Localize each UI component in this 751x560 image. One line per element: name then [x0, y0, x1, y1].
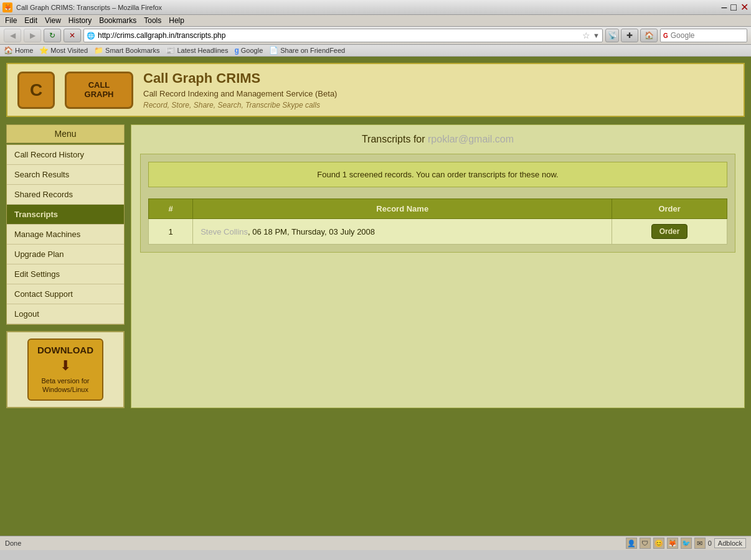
news-icon: 📰: [166, 46, 175, 55]
bookmark-most-visited-label: Most Visited: [50, 47, 88, 54]
table-row: 1 Steve Collins, 06 18 PM, Thursday, 03 …: [149, 219, 727, 245]
main-layout: Menu Call Record History Search Results …: [6, 124, 745, 408]
record-date-text: , 06 18 PM, Thursday, 03 July 2008: [248, 227, 375, 236]
bookmark-google[interactable]: g Google: [234, 46, 263, 55]
status-icon-bird[interactable]: 🐦: [681, 538, 692, 549]
share-icon: 📄: [269, 46, 278, 55]
cell-order: Order: [612, 219, 727, 245]
back-button[interactable]: ◀: [4, 29, 21, 42]
status-icon-firefox[interactable]: 🦊: [667, 538, 678, 549]
stop-button[interactable]: ✕: [64, 29, 81, 42]
info-message: Found 1 screened records. You can order …: [148, 162, 727, 187]
page-background: C CALLGRAPH Call Graph CRIMS Call Record…: [0, 57, 751, 536]
search-input[interactable]: [671, 31, 751, 40]
close-button[interactable]: ✕: [740, 1, 749, 13]
search-box: G 🔍: [660, 29, 747, 42]
status-icon-mail[interactable]: ✉: [694, 538, 706, 549]
col-header-record-name: Record Name: [193, 199, 612, 219]
sidebar-nav: Call Record History Search Results Share…: [6, 144, 125, 325]
status-icon-3[interactable]: 😊: [653, 538, 664, 549]
adblock-button[interactable]: Adblock: [714, 538, 746, 548]
menu-bookmarks[interactable]: Bookmarks: [99, 16, 136, 25]
bookmark-home[interactable]: 🏠 Home: [4, 46, 33, 55]
logo-icon: C: [17, 72, 55, 109]
status-icon-2[interactable]: 🛡: [640, 538, 651, 549]
records-table: # Record Name Order 1 Steve Collins, 06 …: [148, 198, 727, 245]
sidebar-item-upgrade-plan[interactable]: Upgrade Plan: [7, 245, 124, 264]
star-icon: ⭐: [39, 46, 49, 55]
user-email: rpoklar@gmail.com: [428, 134, 514, 144]
sidebar-menu-label: Menu: [6, 124, 125, 143]
sidebar-item-logout[interactable]: Logout: [7, 304, 124, 324]
download-button[interactable]: DOWNLOAD ⬇ Beta version forWindows/Linux: [27, 338, 103, 401]
google-brand: G: [663, 32, 668, 39]
sidebar-item-shared-records[interactable]: Shared Records: [7, 185, 124, 205]
menu-file[interactable]: File: [5, 16, 17, 25]
window-title: Call Graph CRIMS: Transcripts – Mozilla …: [16, 4, 162, 11]
download-box[interactable]: DOWNLOAD ⬇ Beta version forWindows/Linux: [6, 331, 125, 408]
bookmark-headlines-label: Latest Headlines: [177, 47, 228, 54]
firefox-icon: 🦊: [2, 2, 12, 12]
menu-help[interactable]: Help: [169, 16, 184, 25]
browser-menubar: File Edit View History Bookmarks Tools H…: [0, 15, 751, 27]
security-icon: 🌐: [87, 32, 95, 40]
page-title-text: Transcripts for: [362, 134, 425, 144]
bookmark-headlines[interactable]: 📰 Latest Headlines: [166, 46, 228, 55]
address-input[interactable]: [98, 31, 580, 40]
site-subtitle: Call Record Indexing and Management Serv…: [143, 89, 337, 98]
rss-button[interactable]: 📡: [605, 29, 619, 42]
status-icon-1[interactable]: 👤: [626, 538, 637, 549]
forward-button[interactable]: ▶: [24, 29, 41, 42]
menu-history[interactable]: History: [68, 16, 92, 25]
logo-callgraph: CALLGRAPH: [65, 72, 133, 109]
sidebar-item-search-results[interactable]: Search Results: [7, 165, 124, 185]
add-bookmark-button[interactable]: ✚: [621, 29, 638, 42]
sidebar-item-transcripts[interactable]: Transcripts: [7, 205, 124, 225]
home-button[interactable]: 🏠: [640, 29, 658, 42]
home-icon: 🏠: [4, 46, 13, 55]
sidebar-item-edit-settings[interactable]: Edit Settings: [7, 264, 124, 284]
sidebar-item-manage-machines[interactable]: Manage Machines: [7, 225, 124, 245]
bookmark-google-label: Google: [241, 47, 263, 54]
status-text: Done: [5, 539, 21, 547]
google-icon: g: [234, 46, 239, 55]
menu-view[interactable]: View: [45, 16, 61, 25]
minimize-button[interactable]: –: [721, 2, 727, 13]
site-title: Call Graph CRIMS: [143, 70, 337, 86]
col-header-num: #: [149, 199, 193, 219]
browser-titlebar: 🦊 Call Graph CRIMS: Transcripts – Mozill…: [0, 0, 751, 15]
address-bar: 🌐 ☆ ▼: [83, 29, 603, 42]
bookmark-friendfeed[interactable]: 📄 Share on FriendFeed: [269, 46, 345, 55]
reload-button[interactable]: ↻: [44, 29, 61, 42]
bookmarks-bar: 🏠 Home ⭐ Most Visited 📁 Smart Bookmarks …: [0, 45, 751, 57]
bookmark-smart-label: Smart Bookmarks: [105, 47, 159, 54]
maximize-button[interactable]: □: [730, 2, 737, 13]
folder-icon: 📁: [94, 46, 103, 55]
sidebar-item-contact-support[interactable]: Contact Support: [7, 284, 124, 304]
table-header-row: # Record Name Order: [149, 199, 727, 219]
browser-toolbar: ◀ ▶ ↻ ✕ 🌐 ☆ ▼ 📡 ✚ 🏠 G 🔍: [0, 27, 751, 45]
order-button[interactable]: Order: [651, 224, 688, 239]
statusbar-right: 👤 🛡 😊 🦊 🐦 ✉ 0 Adblock: [626, 538, 746, 549]
bookmark-most-visited[interactable]: ⭐ Most Visited: [39, 46, 88, 55]
sidebar-item-call-record-history[interactable]: Call Record History: [7, 145, 124, 165]
site-header: C CALLGRAPH Call Graph CRIMS Call Record…: [6, 63, 745, 117]
cell-record-name: Steve Collins, 06 18 PM, Thursday, 03 Ju…: [193, 219, 612, 245]
download-label: DOWNLOAD: [37, 345, 93, 355]
menu-tools[interactable]: Tools: [144, 16, 161, 25]
site-title-area: Call Graph CRIMS Call Record Indexing an…: [143, 70, 337, 110]
download-arrow-icon: ⬇: [60, 358, 71, 374]
page-title: Transcripts for rpoklar@gmail.com: [140, 134, 735, 145]
content-area: Transcripts for rpoklar@gmail.com Found …: [131, 124, 745, 408]
bookmark-smart[interactable]: 📁 Smart Bookmarks: [94, 46, 159, 55]
toolbar-extras: 📡 ✚ 🏠: [605, 29, 658, 42]
site-tagline: Record, Store, Share, Search, Transcribe…: [143, 101, 337, 110]
table-wrapper: Found 1 screened records. You can order …: [140, 154, 735, 253]
sidebar: Menu Call Record History Search Results …: [6, 124, 125, 408]
download-sub-label: Beta version forWindows/Linux: [41, 376, 89, 394]
bookmark-home-label: Home: [15, 47, 33, 54]
bookmark-friendfeed-label: Share on FriendFeed: [280, 47, 345, 54]
arrow-icon[interactable]: ▼: [593, 32, 600, 39]
menu-edit[interactable]: Edit: [24, 16, 37, 25]
bookmark-star[interactable]: ☆: [582, 30, 590, 40]
